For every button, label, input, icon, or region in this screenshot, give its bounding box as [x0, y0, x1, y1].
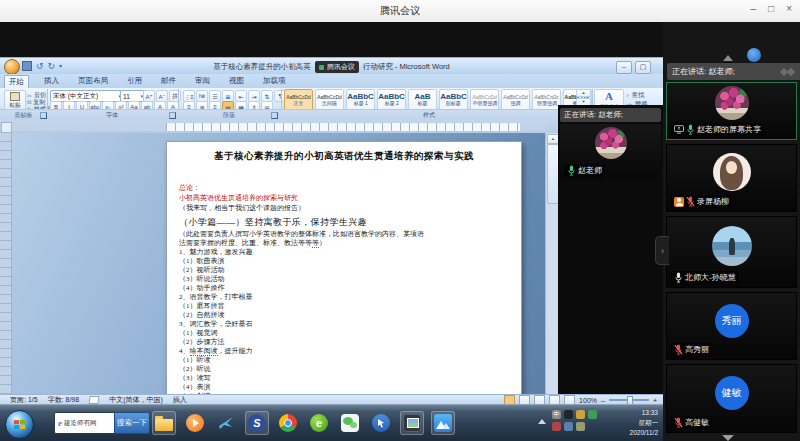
qat-dropdown-icon[interactable]: ▾	[59, 61, 62, 71]
windows-logo-icon	[14, 420, 25, 430]
mic-on-icon	[674, 272, 683, 283]
tray-icon-0[interactable]: 中	[552, 410, 561, 419]
tab-页面布局[interactable]: 页面布局	[74, 75, 112, 87]
zoom-out-icon[interactable]: –	[601, 397, 605, 404]
tab-审阅[interactable]: 审阅	[191, 75, 214, 87]
style-标题 2[interactable]: AaBbC标题 2	[377, 89, 406, 111]
word-minimize-button[interactable]: –	[616, 61, 632, 74]
tab-邮件[interactable]: 邮件	[157, 75, 180, 87]
style-明显强调[interactable]: AaBbCnDc明显强调	[532, 89, 561, 111]
word-document-title: 基于核心素养提升的小初高英 腾讯会议 行动研究 - Microsoft Word	[140, 61, 523, 73]
tencent-meeting-window: 腾讯会议 – □ × ↺ ↻ ▾ 基于核心素养提升的小初高英 腾讯会议	[0, 0, 800, 441]
participant-tile[interactable]: 赵老师的屏幕共享	[666, 82, 797, 140]
zoom-in-icon[interactable]: +	[653, 397, 657, 404]
document-line: （4）动手操作	[179, 284, 517, 293]
word-restore-button[interactable]: ▢	[635, 61, 651, 74]
close-button[interactable]: ×	[786, 3, 792, 14]
zoom-slider[interactable]	[609, 399, 649, 401]
style-副标题[interactable]: AaBbC副标题	[439, 89, 468, 111]
participant-tile[interactable]: 秀丽高秀丽	[666, 292, 797, 360]
start-button[interactable]	[5, 410, 34, 439]
captured-participant-label: 赵老师	[564, 164, 605, 177]
taskbar-clock[interactable]: 13:33 星期一 2020/11/2	[598, 408, 662, 438]
wechat-icon[interactable]	[338, 411, 362, 435]
browser-360-icon[interactable]: e	[307, 411, 331, 435]
participant-label: 录屏杨柳	[671, 195, 732, 208]
vertical-scrollbar[interactable]: ▲	[545, 133, 559, 394]
participant-tile[interactable]: 北师大-孙晓慧	[666, 216, 797, 288]
ruler-corner-box[interactable]	[1, 122, 12, 133]
minimize-button[interactable]: –	[751, 3, 757, 14]
tray-icon-3[interactable]	[588, 410, 597, 419]
style-无间隔[interactable]: AaBbCcDd无间隔	[315, 89, 344, 111]
zoom-level[interactable]: 100%	[579, 397, 597, 404]
taskbar-search-input[interactable]: e 建造师有网	[54, 412, 122, 434]
tab-开始[interactable]: 开始	[4, 75, 29, 88]
tray-icon-0[interactable]	[552, 422, 561, 431]
style-标题[interactable]: AaB标题	[408, 89, 437, 111]
style-name: 明显强调	[537, 100, 557, 106]
ribbon-tabs: 开始插入页面布局引用邮件审阅视图加载项	[4, 74, 290, 88]
screen-share-icon	[674, 125, 684, 134]
spellcheck-icon[interactable]	[89, 396, 100, 404]
style-正文[interactable]: AaBbCcDd正文	[284, 89, 313, 111]
tab-引用[interactable]: 引用	[123, 75, 146, 87]
media-player-icon[interactable]	[183, 411, 207, 435]
participant-tile[interactable]: 录屏杨柳	[666, 144, 797, 212]
find-button[interactable]: ⌕查找	[626, 91, 644, 100]
tray-expand-icon[interactable]	[538, 419, 546, 424]
style-强调[interactable]: AaBbCcDd强调	[501, 89, 530, 111]
ribbon-tab-row: 开始插入页面布局引用邮件审阅视图加载项	[0, 74, 663, 88]
document-line: （3）听说活动	[179, 275, 517, 284]
styles-scroll-up[interactable]: ▲	[576, 89, 591, 97]
doc-title-right: 行动研究 - Microsoft Word	[363, 62, 450, 72]
meeting-green-icon	[319, 65, 324, 70]
clipboard-dialog-launcher[interactable]	[40, 112, 47, 119]
sogou-icon[interactable]: S	[245, 411, 269, 435]
tab-插入[interactable]: 插入	[40, 75, 63, 87]
document-line: （我来写，相当于我们这个课题的报告）	[179, 203, 517, 213]
tray-icon-1[interactable]	[564, 422, 573, 431]
style-sample: AaBbCcDd	[317, 94, 342, 100]
thunder-icon[interactable]	[214, 411, 238, 435]
tray-icon-2[interactable]	[576, 410, 585, 419]
redo-icon[interactable]: ↻	[48, 61, 56, 71]
style-name: 正文	[294, 100, 304, 106]
paragraph-dialog-launcher[interactable]	[271, 112, 278, 119]
tab-加载项[interactable]: 加载项	[259, 75, 290, 87]
quick-access-toolbar: ↺ ↻ ▾	[22, 60, 62, 72]
photo-viewer-icon[interactable]	[400, 411, 424, 435]
style-sample: AaBbCcDd	[286, 94, 311, 100]
meeting-titlebar: 腾讯会议 – □ ×	[0, 0, 800, 23]
taskbar-search-button[interactable]: 搜索一下	[114, 412, 150, 434]
mic-muted-icon	[686, 196, 695, 207]
document-line: （1）歌曲表演	[179, 257, 517, 266]
folder-icon[interactable]	[152, 411, 176, 435]
document-heading: 基于核心素养提升的小初高英语优生贯通培养的探索与实践	[167, 150, 521, 163]
scroll-down-icon[interactable]	[722, 435, 734, 441]
tab-视图[interactable]: 视图	[225, 75, 248, 87]
captured-meeting-overlay: 正在讲话: 赵老师; 赵老师	[558, 105, 663, 394]
font-dialog-launcher[interactable]	[169, 112, 176, 119]
style-不明显强调[interactable]: AaBbCcDd不明显强调	[470, 89, 499, 111]
sidebar-collapse-handle[interactable]: ›	[655, 236, 669, 265]
save-icon[interactable]	[22, 61, 32, 71]
office-button[interactable]	[4, 59, 20, 75]
style-name: 标题	[418, 100, 428, 106]
meeting-title: 腾讯会议	[0, 4, 800, 18]
paste-button[interactable]: 粘贴	[4, 90, 26, 111]
tray-icon-1[interactable]	[564, 410, 573, 419]
maximize-button[interactable]: □	[768, 3, 774, 14]
participant-tile[interactable]: 健敏高健敏	[666, 364, 797, 433]
style-name: 不明显强调	[472, 100, 497, 106]
meeting-icon[interactable]	[431, 411, 455, 435]
style-sample: AaB	[414, 94, 430, 100]
document-line: 1、魅力游戏，激发兴趣	[179, 248, 517, 257]
tray-icon-2[interactable]	[576, 422, 585, 431]
chrome-icon[interactable]	[276, 411, 300, 435]
remote-control-icon[interactable]	[369, 411, 393, 435]
style-标题 1[interactable]: AaBbC标题 1	[346, 89, 375, 111]
document-line: （2）步骤方法	[179, 338, 517, 347]
document-page[interactable]: 基于核心素养提升的小初高英语优生贯通培养的探索与实践 总论：小初高英语优生贯通培…	[166, 141, 522, 394]
undo-icon[interactable]: ↺	[36, 61, 44, 71]
